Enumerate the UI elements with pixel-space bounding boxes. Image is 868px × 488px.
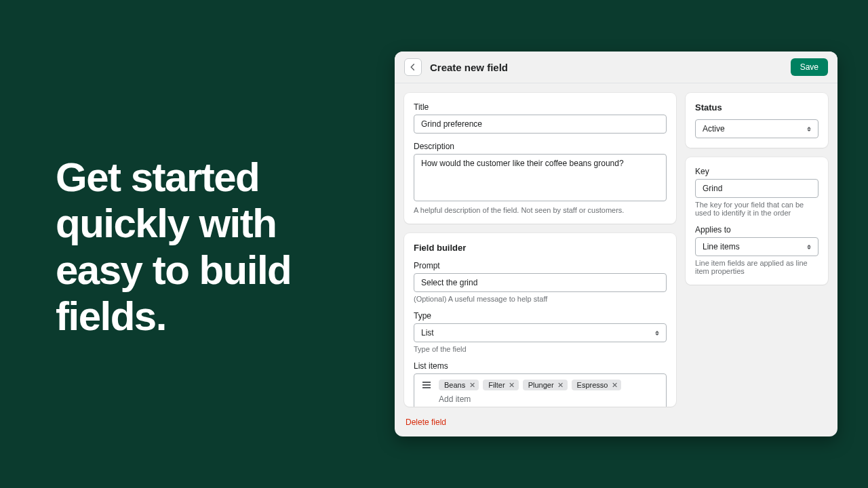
applies-to-select[interactable]: Line items: [695, 237, 818, 256]
title-input[interactable]: [414, 115, 667, 134]
remove-tag-icon[interactable]: ✕: [610, 381, 618, 389]
select-caret-icon: [807, 127, 811, 131]
list-item-tag: Espresso✕: [572, 380, 622, 390]
remove-tag-icon[interactable]: ✕: [557, 381, 565, 389]
applies-to-value: Line items: [703, 242, 740, 251]
add-item-input[interactable]: Add item: [439, 394, 659, 404]
svg-rect-2: [422, 387, 431, 388]
svg-rect-0: [422, 382, 431, 383]
applies-to-helper: Line item fields are applied as line ite…: [695, 259, 818, 275]
save-button[interactable]: Save: [791, 58, 828, 76]
create-field-modal: Create new field Save Title Description …: [395, 52, 837, 436]
remove-tag-icon[interactable]: ✕: [468, 381, 476, 389]
modal-header: Create new field Save: [395, 52, 837, 83]
key-card: Key The key for your field that can be u…: [686, 157, 828, 285]
prompt-helper: (Optional) A useful message to help staf…: [414, 295, 667, 303]
modal-body: Title Description How would the customer…: [395, 83, 837, 436]
list-items-label: List items: [414, 361, 667, 371]
status-select[interactable]: Active: [695, 119, 818, 138]
applies-to-label: Applies to: [695, 225, 818, 235]
description-input[interactable]: How would the customer like their coffee…: [414, 154, 667, 201]
type-select[interactable]: List: [414, 323, 667, 342]
svg-rect-1: [422, 384, 431, 386]
field-builder-heading: Field builder: [414, 243, 667, 253]
list-items-input[interactable]: Beans✕ Filter✕ Plunger✕ Espresso✕ Add it…: [414, 373, 667, 407]
field-builder-card: Field builder Prompt (Optional) A useful…: [404, 233, 676, 407]
back-button[interactable]: [404, 58, 422, 76]
type-label: Type: [414, 311, 667, 321]
description-label: Description: [414, 142, 667, 151]
status-heading: Status: [695, 102, 818, 113]
list-item-tag: Plunger✕: [523, 380, 568, 390]
basic-info-card: Title Description How would the customer…: [404, 93, 676, 224]
key-label: Key: [695, 167, 818, 176]
list-item-tag: Beans✕: [439, 380, 479, 390]
key-input[interactable]: [695, 179, 818, 198]
type-helper: Type of the field: [414, 345, 667, 353]
type-value: List: [421, 328, 434, 338]
key-helper: The key for your field that can be used …: [695, 201, 818, 217]
hero-headline: Get started quickly with easy to build f…: [56, 155, 368, 340]
select-caret-icon: [655, 331, 659, 336]
tag-row: Beans✕ Filter✕ Plunger✕ Espresso✕: [439, 380, 659, 390]
prompt-label: Prompt: [414, 261, 667, 270]
description-helper: A helpful description of the field. Not …: [414, 206, 667, 214]
status-value: Active: [703, 124, 725, 134]
remove-tag-icon[interactable]: ✕: [508, 381, 516, 389]
prompt-input[interactable]: [414, 273, 667, 292]
status-card: Status Active: [686, 93, 828, 148]
arrow-left-icon: [408, 62, 418, 72]
list-item-tag: Filter✕: [483, 380, 518, 390]
delete-field-link[interactable]: Delete field: [404, 418, 676, 427]
select-caret-icon: [807, 245, 811, 249]
title-label: Title: [414, 102, 667, 112]
list-icon: [421, 380, 432, 390]
modal-title: Create new field: [430, 62, 791, 73]
